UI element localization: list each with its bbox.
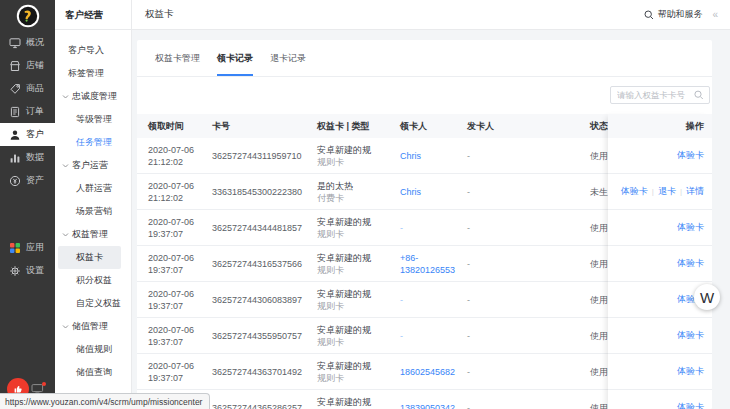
help-and-service-button[interactable]: 帮助和服务 (644, 8, 702, 21)
rail-item-label: 资产 (26, 174, 44, 187)
youzan-scrm-page: { "colors": { "accent_blue": "#3884f7", … (0, 0, 730, 409)
orders-icon (9, 106, 21, 118)
experience-card-button[interactable]: 体验卡 (677, 257, 704, 270)
menu-item-points-rights[interactable]: 积分权益 (55, 269, 131, 292)
menu-item-crowd-operation[interactable]: 人群运营 (55, 177, 131, 200)
card-number: 362572744355950757 (210, 318, 309, 353)
collapse-icon[interactable]: « (712, 9, 718, 20)
customer-icon (9, 129, 21, 141)
col-header-operations: 操作 (608, 114, 712, 138)
settings-icon (9, 265, 21, 277)
rail-item-orders[interactable]: 订单 (0, 100, 55, 123)
rail-item-goods[interactable]: 商品 (0, 77, 55, 100)
rail-item-shop[interactable]: 店铺 (0, 54, 55, 77)
menu-item-level-management[interactable]: 等级管理 (55, 108, 131, 131)
rail-item-customer[interactable]: 客户 (0, 123, 55, 146)
details-button[interactable]: 详情 (686, 185, 704, 198)
rail-spacer (0, 192, 55, 236)
rail-item-label: 商品 (26, 82, 44, 95)
menu-item-scene-marketing[interactable]: 场景营销 (55, 200, 131, 223)
receiver-link[interactable]: Chris (400, 150, 462, 162)
secondary-sidebar: 客户经营 客户导入 标签管理 忠诚度管理 等级管理 任务管理 客户运营 人群运营… (55, 0, 132, 409)
menu-item-stored-value-rules[interactable]: 储值规则 (55, 338, 131, 361)
search-icon (644, 10, 654, 20)
experience-card-button[interactable]: 体验卡 (677, 221, 704, 234)
col-header-issuer: 发卡人 (462, 120, 575, 132)
receiver-link[interactable]: 18602545682 (400, 366, 462, 378)
tab-rights-card-management[interactable]: 权益卡管理 (155, 40, 200, 76)
experience-card-button[interactable]: 体验卡 (677, 149, 704, 162)
rail-item-overview[interactable]: 概况 (0, 31, 55, 54)
rail-item-settings[interactable]: 设置 (0, 259, 55, 282)
page-title: 权益卡 (145, 8, 174, 21)
assets-icon (9, 175, 21, 187)
card-number: 362572744365286257 (210, 390, 309, 409)
col-header-card-type: 权益卡 | 类型 (309, 120, 399, 132)
card-number: 336318545300222380 (210, 174, 309, 209)
experience-card-button[interactable]: 体验卡 (677, 365, 704, 378)
receiver-link[interactable]: +86-13820126553 (400, 252, 462, 276)
tab-card-return-records[interactable]: 退卡记录 (270, 40, 306, 76)
op-separator: | (652, 187, 654, 196)
col-header-receiver: 领卡人 (399, 120, 462, 132)
row-operations: 体验卡 (608, 390, 712, 409)
menu-item-rights-card[interactable]: 权益卡 (58, 246, 121, 269)
card-number-search-input[interactable] (611, 90, 692, 100)
menu-group-rights-management[interactable]: 权益管理 (55, 223, 131, 246)
chevron-down-icon (62, 232, 69, 238)
data-icon (9, 152, 21, 164)
goods-icon (9, 83, 21, 95)
card-number: 362572744344481857 (210, 210, 309, 245)
rail-item-apps[interactable]: 应用 (0, 236, 55, 259)
fixed-operations-column: 操作 体验卡 体验卡 | 退卡 | 详情 体验卡 体验卡 体验卡 体验卡 体验卡… (608, 114, 712, 409)
top-bar-right: 帮助和服务 « (644, 8, 730, 21)
browser-status-url: https://www.youzan.com/v4/scrm/ump/missi… (0, 393, 210, 409)
rail-item-label: 订单 (26, 105, 44, 118)
top-bar: 权益卡 帮助和服务 « (132, 0, 730, 30)
menu-item-mission-management[interactable]: 任务管理 (55, 131, 131, 154)
youzan-logo[interactable] (16, 4, 40, 28)
menu-item-stored-value-query[interactable]: 储值查询 (55, 361, 131, 384)
rail-item-label: 应用 (26, 241, 44, 254)
menu-item-customer-import[interactable]: 客户导入 (55, 39, 131, 62)
receiver-link[interactable]: 13839050342 (400, 402, 462, 409)
chevron-down-icon (62, 94, 69, 100)
search-icon[interactable] (692, 90, 706, 100)
card-number: 362572744311959710 (210, 138, 309, 173)
menu-group-loyalty[interactable]: 忠诚度管理 (55, 85, 131, 108)
rail-item-assets[interactable]: 资产 (0, 169, 55, 192)
rail-item-label: 店铺 (26, 59, 44, 72)
chevron-down-icon (62, 324, 69, 330)
row-operations: 体验卡 | 退卡 | 详情 (608, 174, 712, 210)
row-operations: 体验卡 (608, 246, 712, 282)
card-number-search (610, 86, 710, 104)
rail-item-label: 数据 (26, 151, 44, 164)
youzan-logo-icon (16, 4, 40, 28)
experience-card-button[interactable]: 体验卡 (677, 329, 704, 342)
row-operations: 体验卡 (608, 138, 712, 174)
row-operations: 体验卡 (608, 354, 712, 390)
receiver-link[interactable]: Chris (400, 186, 462, 198)
row-operations: 体验卡 (608, 318, 712, 354)
menu-group-stored-value[interactable]: 储值管理 (55, 315, 131, 338)
shop-icon (9, 60, 21, 72)
watermark-badge: W (694, 284, 720, 310)
menu-group-customer-operation[interactable]: 客户运营 (55, 154, 131, 177)
col-header-claim-time: 领取时间 (137, 120, 210, 132)
tab-card-claim-records[interactable]: 领卡记录 (217, 40, 253, 76)
card-number: 362572744363701492 (210, 354, 309, 389)
rail-item-label: 客户 (26, 128, 44, 141)
tab-bar: 权益卡管理 领卡记录 退卡记录 (137, 40, 712, 77)
return-card-button[interactable]: 退卡 (658, 185, 676, 198)
col-header-card-number: 卡号 (210, 120, 309, 132)
menu-item-tag-management[interactable]: 标签管理 (55, 62, 131, 85)
main-area: 权益卡管理 领卡记录 退卡记录 领取时间 卡号 权益卡 | 类型 领卡人 发卡人… (132, 30, 730, 409)
menu-item-custom-rights[interactable]: 自定义权益 (55, 292, 131, 315)
rail-item-label: 概况 (26, 36, 44, 49)
experience-card-button[interactable]: 体验卡 (621, 185, 648, 198)
card-number: 362572744316537566 (210, 246, 309, 281)
experience-card-button[interactable]: 体验卡 (677, 401, 704, 409)
rail-item-label: 设置 (26, 264, 44, 277)
content-panel: 权益卡管理 领卡记录 退卡记录 领取时间 卡号 权益卡 | 类型 领卡人 发卡人… (137, 40, 712, 409)
rail-item-data[interactable]: 数据 (0, 146, 55, 169)
